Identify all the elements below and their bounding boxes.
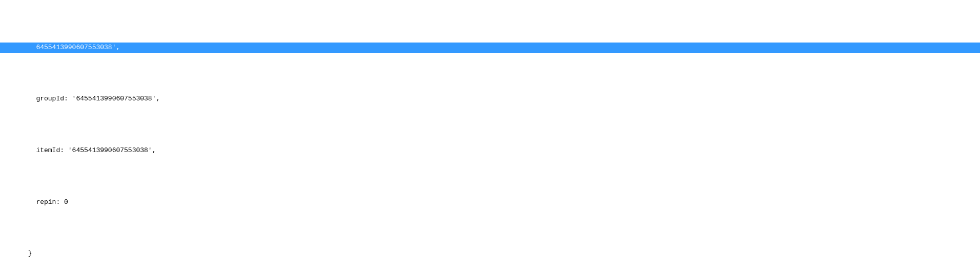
- code-line-5: }: [0, 248, 980, 259]
- code-line-3: itemId: '6455413990607553038',: [0, 145, 980, 156]
- code-content: 6455413990607553038', groupId: '64554139…: [0, 0, 980, 271]
- code-line-1: 6455413990607553038',: [0, 43, 980, 53]
- code-line-2: groupId: '6455413990607553038',: [0, 94, 980, 104]
- code-viewer: 6455413990607553038', groupId: '64554139…: [0, 0, 980, 271]
- code-line-4: repin: 0: [0, 197, 980, 207]
